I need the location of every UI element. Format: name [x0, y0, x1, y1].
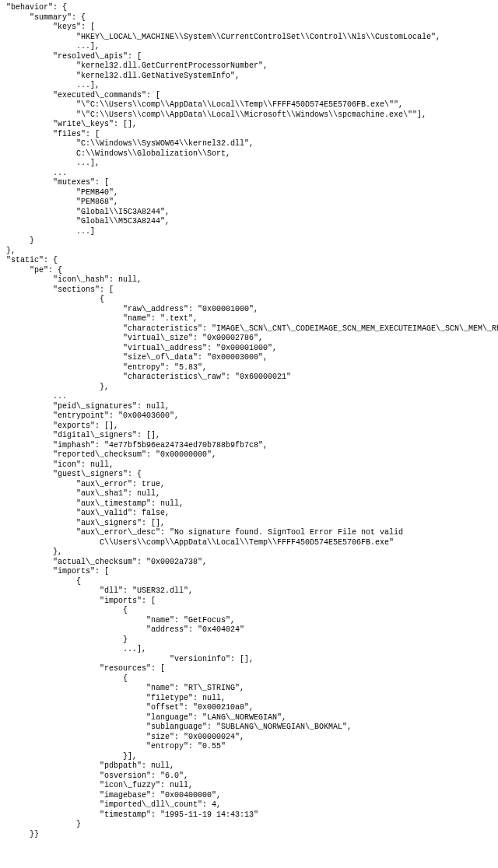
json-code-block: "behavior": { "summary": { "keys": [ "HK…	[6, 3, 492, 839]
